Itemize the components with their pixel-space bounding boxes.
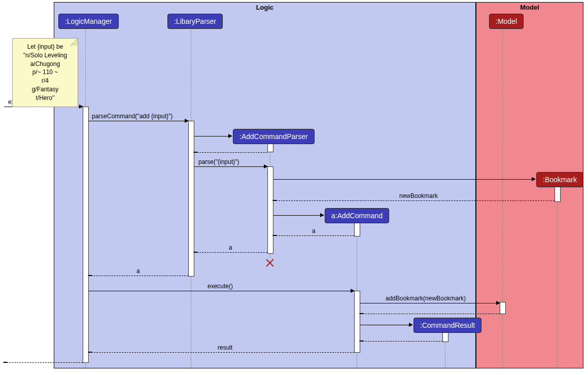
note-line: "n/Solo Leveling bbox=[17, 51, 74, 60]
participant-addcommandparser: :AddCommandParser bbox=[233, 129, 315, 144]
msg-create-addcommandparser bbox=[194, 136, 232, 137]
note-input: Let {input} be "n/Solo Leveling a/Chugon… bbox=[12, 38, 78, 107]
msg-return-commandresult bbox=[360, 341, 442, 342]
activation-bookmark bbox=[555, 187, 561, 202]
activation-model bbox=[500, 302, 506, 314]
msg-return-addcommandparser-create bbox=[194, 152, 267, 153]
participant-bookmark: :Bookmark bbox=[536, 172, 583, 187]
msg-execute: execute() bbox=[89, 291, 354, 291]
msg-create-addcommand bbox=[273, 215, 324, 216]
msg-addbookmark: addBookmark(newBookmark) bbox=[360, 303, 500, 303]
participant-addcommand: a:AddCommand bbox=[325, 208, 389, 223]
note-line: g/Fantasy bbox=[17, 85, 74, 94]
msg-return-a-3: a bbox=[89, 276, 188, 276]
region-model-label: Model bbox=[520, 4, 539, 11]
msg-return-final bbox=[4, 362, 83, 363]
destroy-addcommandparser bbox=[265, 257, 275, 267]
msg-return-result: result bbox=[89, 352, 354, 353]
participant-logicmanager: :LogicManager bbox=[58, 14, 119, 29]
msg-return-newbookmark: newBookmark bbox=[273, 200, 555, 201]
note-line: t/Hero" bbox=[17, 94, 74, 103]
msg-return-model bbox=[360, 314, 500, 314]
msg-parse-input: parse("{input}") bbox=[194, 166, 267, 167]
msg-return-a-2: a bbox=[194, 252, 267, 253]
note-line: r/4 bbox=[17, 77, 74, 85]
activation-addcommandparser-1 bbox=[267, 144, 273, 152]
participant-commandresult: :CommandResult bbox=[413, 318, 481, 333]
msg-parsecommand: parseCommand("add {input}") bbox=[89, 121, 188, 121]
activation-addcommand-1 bbox=[354, 222, 360, 236]
activation-commandresult bbox=[442, 332, 448, 342]
region-logic-label: Logic bbox=[256, 4, 274, 11]
participant-libaryparser: :LibaryParser bbox=[167, 14, 223, 29]
note-line: a/Chugong bbox=[17, 60, 74, 69]
sequence-diagram: Logic Model :LogicManager :LibaryParser … bbox=[0, 0, 588, 375]
activation-logicmanager bbox=[83, 107, 89, 363]
msg-create-commandresult bbox=[360, 325, 412, 325]
lifeline-bookmark bbox=[557, 187, 558, 368]
activation-addcommandparser-2 bbox=[267, 166, 273, 254]
msg-return-a-1: a bbox=[273, 235, 354, 236]
participant-model: :Model bbox=[489, 14, 524, 29]
note-line: Let {input} be bbox=[17, 43, 74, 51]
note-line: p/~ 110 ~ bbox=[17, 68, 74, 77]
lifeline-model bbox=[502, 28, 503, 368]
msg-create-bookmark bbox=[273, 179, 535, 180]
